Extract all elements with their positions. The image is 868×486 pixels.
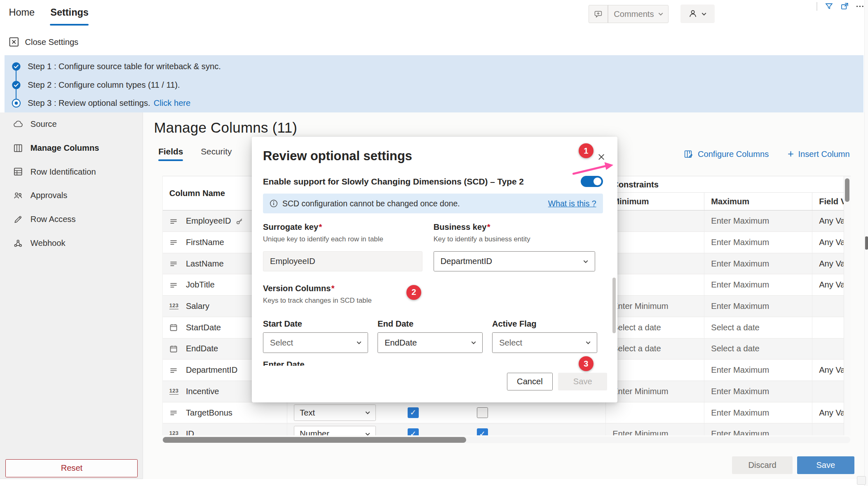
checkbox[interactable]: [477, 407, 488, 418]
top-navigation: Home Settings Comments: [0, 0, 868, 29]
empty-cell: [517, 402, 605, 423]
text-lines-icon: [169, 366, 183, 374]
tab-fields[interactable]: Fields: [158, 147, 183, 161]
app-root: Home Settings Comments Close Settings St…: [0, 0, 868, 486]
minimum-cell[interactable]: [605, 210, 704, 231]
sidebar-item-source[interactable]: Source: [0, 112, 143, 136]
table-horizontal-scrollbar[interactable]: [162, 437, 851, 443]
business-key-description: Key to identify a business entity: [434, 235, 595, 243]
maximum-cell[interactable]: Enter Maximum: [704, 253, 812, 274]
vertical-scrollbar-thumb[interactable]: [845, 178, 849, 201]
sidebar-item-row-access[interactable]: Row Access: [0, 208, 143, 231]
nav-home[interactable]: Home: [9, 7, 35, 18]
sidebar-item-label: Webhook: [30, 238, 66, 248]
tab-bar: Fields Security: [158, 147, 232, 161]
reset-button[interactable]: Reset: [5, 459, 138, 477]
horizontal-scrollbar-thumb[interactable]: [163, 437, 466, 442]
table-vertical-scrollbar[interactable]: [844, 176, 851, 435]
account-button[interactable]: [680, 5, 715, 23]
chevron-down-icon: [364, 409, 371, 416]
more-icon[interactable]: [855, 2, 865, 11]
maximum-cell[interactable]: Enter Maximum: [704, 296, 812, 317]
required-mark: *: [319, 222, 322, 232]
business-key-dropdown[interactable]: DepartmentID: [434, 251, 595, 272]
column-name: Salary: [186, 301, 209, 311]
window-scrollbar-thumb[interactable]: [865, 236, 868, 250]
tab-security[interactable]: Security: [201, 147, 232, 161]
type-dropdown[interactable]: Text: [294, 404, 376, 421]
end-date-dropdown[interactable]: EndDate: [378, 332, 483, 353]
minimum-cell[interactable]: [605, 274, 704, 295]
minimum-cell[interactable]: Enter Minimum: [605, 423, 704, 435]
scroll-corner: [857, 476, 866, 485]
row-access-icon: [13, 214, 23, 225]
what-is-this-link[interactable]: What is this ?: [548, 199, 596, 208]
minimum-cell[interactable]: Enter Minimum: [605, 296, 704, 317]
text-lines-icon: [169, 259, 183, 268]
discard-button[interactable]: Discard: [732, 456, 793, 474]
required-mark: *: [487, 222, 490, 232]
column-name-cell: 123ID: [163, 423, 287, 435]
text-lines-icon: [169, 281, 183, 289]
minimum-cell[interactable]: [605, 232, 704, 253]
maximum-cell[interactable]: Enter Maximum: [704, 423, 812, 435]
cancel-button[interactable]: Cancel: [507, 373, 552, 390]
minimum-cell[interactable]: [605, 360, 704, 381]
manage-columns-icon: [13, 143, 23, 154]
maximum-cell[interactable]: Enter Maximum: [704, 360, 812, 381]
step-row: Step 1 : Configure source table for writ…: [5, 58, 864, 76]
insert-column-link[interactable]: + Insert Column: [788, 149, 850, 159]
checkbox[interactable]: ✓: [477, 428, 488, 435]
surrogate-key-input[interactable]: EmployeeID: [263, 251, 422, 272]
step-link[interactable]: Click here: [154, 98, 190, 108]
column-name: JobTitle: [186, 280, 215, 290]
scd-toggle-label: Enable support for Slowly Changing Dimen…: [263, 177, 524, 187]
column-name: LastName: [186, 259, 224, 269]
sidebar-item-approvals[interactable]: Approvals: [0, 184, 143, 208]
dialog-scrollbar[interactable]: [612, 278, 616, 333]
annotation-badge-2: 2: [406, 285, 421, 300]
checkbox[interactable]: ✓: [408, 428, 419, 435]
configure-columns-link[interactable]: Configure Columns: [683, 149, 769, 159]
expand-icon[interactable]: [840, 2, 849, 11]
close-settings-bar: Close Settings: [0, 29, 868, 55]
field-validation-value: Any Va: [819, 408, 845, 418]
window-scrollbar[interactable]: [864, 0, 868, 486]
minimum-cell[interactable]: Select a date: [605, 317, 704, 338]
sidebar-item-manage-columns[interactable]: Manage Columns: [0, 136, 143, 160]
maximum-cell[interactable]: Enter Maximum: [704, 274, 812, 295]
maximum-cell[interactable]: Enter Maximum: [704, 381, 812, 402]
close-settings-button[interactable]: Close Settings: [9, 37, 78, 47]
sidebar-item-row-identification[interactable]: Row Identification: [0, 160, 143, 184]
save-button[interactable]: Save: [797, 456, 854, 474]
minimum-cell[interactable]: [605, 402, 704, 423]
filter-icon[interactable]: [824, 2, 834, 11]
checkbox-cell: [448, 402, 517, 423]
minimum-cell[interactable]: Select a date: [605, 339, 704, 360]
nav-settings[interactable]: Settings: [50, 7, 89, 18]
scd-toggle[interactable]: [581, 176, 603, 187]
steps-rows: Step 1 : Configure source table for writ…: [5, 58, 864, 112]
minimum-cell[interactable]: [605, 253, 704, 274]
maximum-cell[interactable]: Enter Maximum: [704, 402, 812, 423]
number-123-icon: 123: [169, 431, 183, 435]
maximum-cell[interactable]: Enter Maximum: [704, 210, 812, 231]
maximum-cell[interactable]: Select a date: [704, 317, 812, 338]
calendar-icon: [169, 323, 183, 332]
sidebar-item-label: Row Access: [30, 215, 76, 224]
active-flag-dropdown[interactable]: Select: [492, 332, 597, 353]
chevron-down-icon: [470, 339, 477, 346]
required-mark: *: [331, 284, 335, 293]
dialog-save-button[interactable]: Save: [558, 373, 608, 390]
maximum-cell[interactable]: Select a date: [704, 339, 812, 360]
column-name: Incentive: [186, 387, 219, 396]
type-dropdown[interactable]: Number: [294, 426, 376, 435]
start-date-dropdown[interactable]: Select: [263, 332, 368, 353]
page-title: Manage Columns (11): [154, 119, 297, 136]
checkbox[interactable]: ✓: [408, 407, 419, 418]
comments-button[interactable]: Comments: [589, 5, 669, 23]
maximum-cell[interactable]: Enter Maximum: [704, 232, 812, 253]
number-123-icon: 123: [169, 388, 183, 395]
sidebar-item-webhook[interactable]: Webhook: [0, 231, 143, 255]
minimum-cell[interactable]: Enter Minimum: [605, 381, 704, 402]
